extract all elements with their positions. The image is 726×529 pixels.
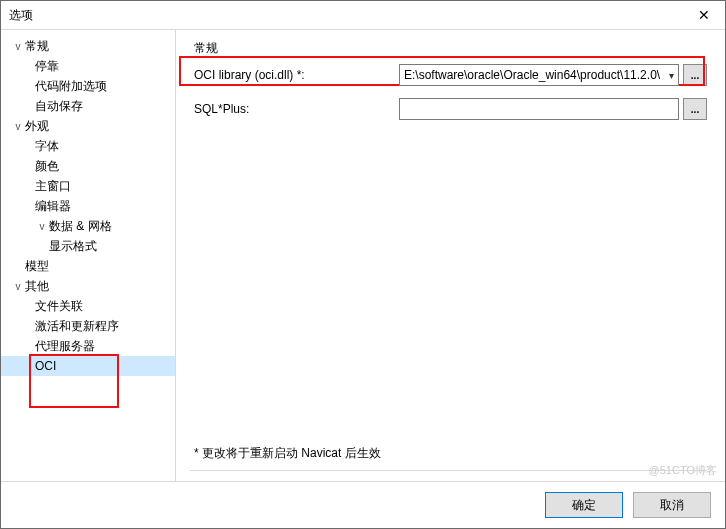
tree-label: 自动保存 [35,98,83,115]
tree-item-other[interactable]: v 其他 [1,276,175,296]
tree-label: 代码附加选项 [35,78,107,95]
tree-label: 模型 [25,258,49,275]
chevron-down-icon: v [11,121,25,132]
tree-label: 显示格式 [49,238,97,255]
tree-item-autosave[interactable]: 自动保存 [1,96,175,116]
titlebar: 选项 ✕ [1,1,725,30]
tree-item-file-assoc[interactable]: 文件关联 [1,296,175,316]
chevron-down-icon: v [11,281,25,292]
dialog-body: v 常规 停靠 代码附加选项 自动保存 v 外观 字体 颜色 [1,30,725,481]
chevron-down-icon: v [35,221,49,232]
tree-label: 主窗口 [35,178,71,195]
tree-label: 其他 [25,278,49,295]
row-oci-library: OCI library (oci.dll) *: E:\software\ora… [190,61,707,89]
row-sqlplus: SQL*Plus: ... [190,95,707,123]
tree-label: 激活和更新程序 [35,318,119,335]
restart-note: * 更改将于重新启动 Navicat 后生效 [190,439,707,471]
chevron-down-icon: ▾ [665,70,674,81]
tree-item-display-format[interactable]: 显示格式 [1,236,175,256]
tree-label: 数据 & 网格 [49,218,112,235]
sqlplus-browse-button[interactable]: ... [683,98,707,120]
tree-item-oci[interactable]: OCI [1,356,175,376]
tree-item-model[interactable]: 模型 [1,256,175,276]
tree-label: 外观 [25,118,49,135]
options-dialog: 选项 ✕ v 常规 停靠 代码附加选项 自动保存 v 外观 字体 [0,0,726,529]
oci-library-value: E:\software\oracle\Oracle_win64\product\… [404,68,660,82]
tree-label: 停靠 [35,58,59,75]
tree-label: OCI [35,359,56,373]
ok-button[interactable]: 确定 [545,492,623,518]
close-button[interactable]: ✕ [683,1,725,29]
tree-item-color[interactable]: 颜色 [1,156,175,176]
window-title: 选项 [1,7,33,24]
tree-item-data-grid[interactable]: v 数据 & 网格 [1,216,175,236]
oci-library-label: OCI library (oci.dll) *: [190,68,399,82]
chevron-down-icon: v [11,41,25,52]
tree-item-docking[interactable]: 停靠 [1,56,175,76]
tree-item-editor[interactable]: 编辑器 [1,196,175,216]
tree-label: 编辑器 [35,198,71,215]
sqlplus-input[interactable] [399,98,679,120]
tree-item-code-addon[interactable]: 代码附加选项 [1,76,175,96]
tree-item-proxy[interactable]: 代理服务器 [1,336,175,356]
dialog-button-row: 确定 取消 [1,481,725,528]
cancel-button[interactable]: 取消 [633,492,711,518]
oci-library-combo[interactable]: E:\software\oracle\Oracle_win64\product\… [399,64,679,86]
tree-label: 文件关联 [35,298,83,315]
sqlplus-label: SQL*Plus: [190,102,399,116]
tree-item-appearance[interactable]: v 外观 [1,116,175,136]
options-tree: v 常规 停靠 代码附加选项 自动保存 v 外观 字体 颜色 [1,30,176,481]
content-pane: 常规 OCI library (oci.dll) *: E:\software\… [176,30,725,481]
tree-item-mainwindow[interactable]: 主窗口 [1,176,175,196]
tree-label: 常规 [25,38,49,55]
tree-label: 代理服务器 [35,338,95,355]
oci-browse-button[interactable]: ... [683,64,707,86]
tree-item-activation-update[interactable]: 激活和更新程序 [1,316,175,336]
tree-item-general[interactable]: v 常规 [1,36,175,56]
tree-label: 颜色 [35,158,59,175]
tree-label: 字体 [35,138,59,155]
tree-item-font[interactable]: 字体 [1,136,175,156]
group-title: 常规 [190,40,707,57]
